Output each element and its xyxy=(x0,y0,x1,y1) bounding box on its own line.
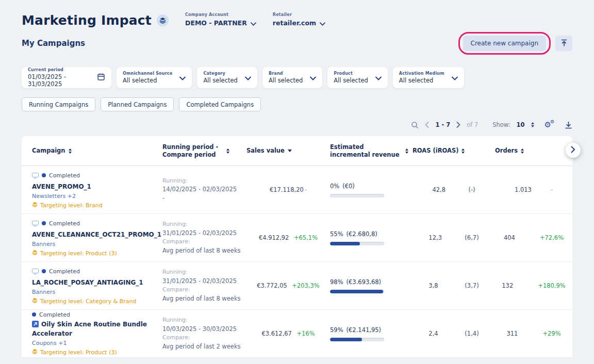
campaign-targeting: Targeting level: Brand xyxy=(32,202,162,209)
layers-icon xyxy=(32,349,38,356)
cell-incremental-revenue: 0%(€0) xyxy=(330,183,412,197)
column-header-period[interactable]: Running period - Compare period xyxy=(162,143,246,159)
prev-page-button[interactable] xyxy=(425,122,429,128)
targeting-label: Targeting level: Brand xyxy=(40,202,103,209)
filter-category[interactable]: Category All selected xyxy=(197,67,257,88)
create-campaign-button[interactable]: Create new campaign xyxy=(463,36,546,51)
tab-running-campaigns[interactable]: Running Campaigns xyxy=(22,97,95,111)
campaign-status: Completed xyxy=(32,171,162,180)
filter-value: All selected xyxy=(399,77,444,84)
page-total: of 7 xyxy=(467,121,478,128)
search-icon[interactable] xyxy=(411,121,419,129)
period-filter[interactable]: Current period 01/03/2025 - 31/03/2025 xyxy=(22,67,111,88)
campaign-status: Completed xyxy=(32,219,162,228)
section-header: My Campaigns Create new campaign xyxy=(22,35,572,52)
campaign-status: Completed xyxy=(32,267,162,276)
company-account-value: DEMO - PARTNER xyxy=(185,19,247,27)
column-label: Running period - Compare period xyxy=(162,143,223,159)
table-row[interactable]: Completed AVENE_PROMO_1 Newsletters +2 T… xyxy=(22,166,572,214)
table-row[interactable]: Completed LA_ROCHE_POSAY_ANTIAGING_1 Ban… xyxy=(22,262,572,310)
filter-product[interactable]: Product All selected xyxy=(327,67,387,88)
company-account-select[interactable]: Company Account DEMO - PARTNER xyxy=(185,12,256,28)
column-header-incremental-revenue[interactable]: Estimated incremental revenue xyxy=(330,143,412,159)
campaign-status-tabs: Running Campaigns Planned Campaigns Comp… xyxy=(22,97,572,111)
cell-roas: 12,3 (6,7) xyxy=(412,234,495,241)
monitor-icon xyxy=(32,219,39,228)
cell-sales-value: €3.612,67 +16% xyxy=(246,330,330,337)
column-header-sales-value[interactable]: Sales value xyxy=(246,147,330,155)
targeting-label: Targeting level: Product (3) xyxy=(40,349,117,356)
campaign-targeting: Targeting level: Product (3) xyxy=(32,250,162,257)
stepper-up-icon xyxy=(531,122,534,124)
chevron-down-icon xyxy=(452,73,458,82)
status-dot-icon xyxy=(42,221,46,225)
chevron-down-icon xyxy=(310,73,316,82)
campaign-channel-link[interactable]: Newsletters +2 xyxy=(32,193,162,200)
table-row[interactable]: Completed Oily Skin Acne Routine Bundle … xyxy=(22,310,572,358)
cell-sales-value: €17.118,20 - xyxy=(246,186,330,193)
cell-period: Running: 14/02/2025 - 02/03/2025 - xyxy=(162,177,246,203)
column-label: ROAS (iROAS) xyxy=(412,147,458,155)
calendar-icon xyxy=(97,73,105,83)
tab-completed-campaigns[interactable]: Completed Campaigns xyxy=(179,97,261,111)
status-label: Completed xyxy=(49,268,80,275)
layers-icon xyxy=(32,202,38,209)
layers-icon xyxy=(32,297,38,305)
column-label: Orders xyxy=(495,147,518,155)
cell-sales-value: €4.912,92 +65,1% xyxy=(246,234,330,241)
cell-sales-value: €3.772,05 +203,3% xyxy=(246,282,330,289)
layers-icon xyxy=(32,250,38,257)
campaign-name-link[interactable]: LA_ROCHE_POSAY_ANTIAGING_1 xyxy=(32,278,156,287)
status-label: Completed xyxy=(49,220,80,227)
campaign-channel-link[interactable]: Banners xyxy=(32,289,162,295)
retailer-select[interactable]: Retailer retailer.com xyxy=(273,12,325,28)
cell-incremental-revenue: 98%(€3.693,68) xyxy=(330,278,412,293)
campaign-name-link[interactable]: Oily Skin Acne Routine Bundle Accelerato… xyxy=(32,320,156,338)
filter-label: Activation Medium xyxy=(399,71,444,76)
next-page-button[interactable] xyxy=(456,122,460,128)
table-scroll-right-button[interactable] xyxy=(566,143,581,158)
targeting-label: Targeting level: Category & Brand xyxy=(40,298,136,305)
filter-label: Brand xyxy=(269,71,303,76)
chevron-down-icon xyxy=(245,73,251,82)
column-header-roas[interactable]: ROAS (iROAS) xyxy=(412,147,495,155)
section-title: My Campaigns xyxy=(22,39,85,48)
download-button[interactable] xyxy=(565,121,572,129)
column-settings-button[interactable]: ⚙⚙ xyxy=(544,121,551,129)
targeting-label: Targeting level: Product (3) xyxy=(40,250,117,257)
status-label: Completed xyxy=(39,311,70,318)
cell-roas: 42,8 (-) xyxy=(412,186,495,193)
cell-incremental-revenue: 55%(€2.680,8) xyxy=(330,230,412,245)
cell-period: Running: 31/01/2025 - 02/03/2025 Compare… xyxy=(162,268,246,303)
campaign-name-link[interactable]: AVENE_CLEANANCE_OCT21_PROMO_1 xyxy=(32,230,156,239)
filter-brand[interactable]: Brand All selected xyxy=(262,67,322,88)
filter-value: All selected xyxy=(269,77,303,84)
page: Marketing Impact Company Account DEMO - … xyxy=(0,0,594,364)
tab-planned-campaigns[interactable]: Planned Campaigns xyxy=(101,97,174,111)
chevron-down-icon xyxy=(375,73,382,82)
status-dot-icon xyxy=(42,173,46,177)
filter-omnichannel-source[interactable]: Omnichannel Source All selected xyxy=(117,67,192,88)
column-label: Sales value xyxy=(246,147,285,155)
page-range: 1 - 7 xyxy=(435,121,450,128)
sort-icon xyxy=(461,148,465,154)
filter-activation-medium[interactable]: Activation Medium All selected xyxy=(393,67,464,88)
column-header-orders[interactable]: Orders xyxy=(495,147,572,155)
filter-value: All selected xyxy=(203,77,237,84)
table-row[interactable]: Completed AVENE_CLEANANCE_OCT21_PROMO_1 … xyxy=(22,214,572,262)
chevron-down-icon xyxy=(251,18,256,28)
cell-period: Running: 10/03/2025 - 30/03/2025 Compare… xyxy=(162,316,246,351)
period-filter-value: 01/03/2025 - 31/03/2025 xyxy=(28,73,90,88)
cell-orders: 404 +72,6% xyxy=(495,234,572,241)
page-size-stepper[interactable] xyxy=(531,122,534,127)
cell-orders: 132 +180,9% xyxy=(495,282,572,289)
campaign-channel-link[interactable]: Banners xyxy=(32,241,162,247)
chevron-right-icon xyxy=(571,146,575,155)
campaign-name-link[interactable]: AVENE_PROMO_1 xyxy=(32,183,156,191)
stepper-down-icon xyxy=(531,125,534,127)
sort-desc-icon xyxy=(288,150,292,152)
sort-icon xyxy=(69,148,72,154)
scroll-to-top-button[interactable] xyxy=(555,36,572,51)
campaign-channel-link[interactable]: Coupons +1 xyxy=(32,340,162,346)
column-header-campaign[interactable]: Campaign xyxy=(22,147,162,155)
